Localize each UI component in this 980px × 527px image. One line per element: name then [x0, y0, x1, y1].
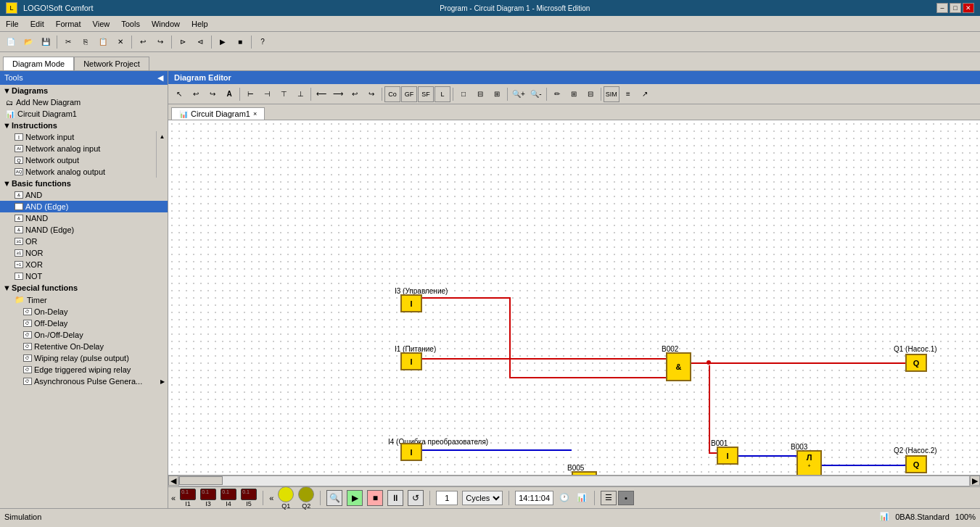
tree-wiping-relay[interactable]: ⏱ Wiping relay (pulse output) — [0, 352, 168, 364]
select-tool[interactable]: ↖ — [171, 86, 187, 102]
scroll-track[interactable] — [178, 476, 970, 486]
scroll-left-arrow[interactable]: ◀ — [168, 476, 178, 486]
tree-not[interactable]: 1 NOT — [0, 270, 168, 282]
sim-play-btn[interactable]: ▶ — [347, 490, 363, 506]
paste-button[interactable]: 📋 — [95, 34, 111, 50]
move-left[interactable]: ⟵ — [313, 86, 329, 102]
copy-button[interactable]: ⎘ — [78, 34, 94, 50]
zoom-out[interactable]: 🔍- — [528, 86, 544, 102]
save-button[interactable]: 💾 — [38, 34, 54, 50]
param-btn[interactable]: ≡ — [620, 86, 636, 102]
menu-view[interactable]: View — [87, 18, 116, 30]
sim-view-2[interactable]: ▪ — [618, 491, 634, 505]
block-i1[interactable]: I — [400, 352, 422, 370]
tree-timer-header[interactable]: 📁 Timer — [0, 294, 168, 306]
text-tool[interactable]: A — [221, 86, 237, 102]
menu-window[interactable]: Window — [146, 18, 186, 30]
sim-chart-btn[interactable]: 📊 — [575, 493, 588, 502]
sf-block[interactable]: SF — [418, 86, 434, 102]
tab-network-project[interactable]: Network Project — [74, 57, 149, 70]
sim-cycles-input[interactable] — [436, 491, 458, 505]
tree-network-output[interactable]: Q Network output — [0, 154, 156, 166]
tree-retentive-on-delay[interactable]: ⏱ Retentive On-Delay — [0, 341, 168, 352]
grid-btn[interactable]: ⊞ — [566, 86, 582, 102]
tree-network-analog-output[interactable]: AQ Network analog output — [0, 166, 156, 178]
tree-or[interactable]: ≥1 OR — [0, 236, 168, 247]
scroll-right-arrow[interactable]: ▶ — [970, 476, 980, 486]
tree-off-delay[interactable]: ⏱ Off-Delay — [0, 318, 168, 329]
tree-network-input[interactable]: I Network input — [0, 131, 156, 143]
new-button[interactable]: 📄 — [3, 34, 19, 50]
sim-collapse-right[interactable]: « — [269, 494, 273, 502]
block-i4[interactable]: I — [400, 443, 422, 461]
block-b005[interactable]: ≥1 — [572, 471, 597, 475]
cut-button[interactable]: ✂ — [60, 34, 76, 50]
block-b003[interactable]: Л + — [796, 450, 822, 475]
l-block[interactable]: L — [435, 86, 450, 102]
minimize-button[interactable]: – — [936, 3, 948, 13]
tree-nand-edge[interactable]: & NAND (Edge) — [0, 224, 168, 236]
sim-view-1[interactable]: ☰ — [601, 491, 617, 505]
menu-help[interactable]: Help — [186, 18, 214, 30]
sim-collapse-left[interactable]: « — [171, 494, 176, 502]
sim-clock-btn[interactable]: 🕐 — [558, 493, 571, 502]
circuit-diagram1-tab[interactable]: 📊 Circuit Diagram1 × — [171, 107, 265, 120]
split-h[interactable]: ⊞ — [489, 86, 505, 102]
sim-cycles-select[interactable]: Cycles — [462, 491, 503, 505]
tab-diagram-mode[interactable]: Diagram Mode — [3, 57, 74, 70]
help-btn[interactable]: ? — [255, 34, 271, 50]
edit-pen[interactable]: ✏ — [549, 86, 565, 102]
co-block[interactable]: Co — [384, 86, 400, 102]
block-q1[interactable]: Q — [905, 354, 927, 372]
diagram-canvas[interactable]: I3 (Управление) I1 (Питание) I4 (Ошибка … — [168, 120, 980, 475]
undo2[interactable]: ↩ — [347, 86, 363, 102]
align-top[interactable]: ⊤ — [276, 86, 292, 102]
tree-basic-header[interactable]: ▼ Basic functions — [0, 178, 168, 189]
maximize-button[interactable]: □ — [950, 3, 961, 13]
redo2[interactable]: ↪ — [363, 86, 379, 102]
export-btn[interactable]: ↗ — [637, 86, 653, 102]
tab-close-button[interactable]: × — [253, 110, 257, 117]
redo-diag[interactable]: ↪ — [205, 86, 221, 102]
split-v[interactable]: ⊟ — [472, 86, 488, 102]
tree-edge-triggered[interactable]: ⏱ Edge triggered wiping relay — [0, 364, 168, 375]
tree-on-delay[interactable]: ⏱ On-Delay — [0, 306, 168, 318]
close-button[interactable]: ✕ — [963, 3, 974, 13]
receive-button[interactable]: ⊲ — [192, 34, 208, 50]
undo-button[interactable]: ↩ — [135, 34, 151, 50]
simulate-button[interactable]: ▶ — [215, 34, 231, 50]
tree-special-header[interactable]: ▼ Special functions — [0, 282, 168, 294]
pin-tool[interactable]: ⊣ — [259, 86, 275, 102]
tree-async-pulse[interactable]: ⏱ Asynchronous Pulse Genera... ▶ — [0, 375, 168, 387]
align-bottom[interactable]: ⊥ — [292, 86, 308, 102]
menu-file[interactable]: File — [0, 18, 25, 30]
open-button[interactable]: 📂 — [20, 34, 36, 50]
connect-tool[interactable]: ⊢ — [242, 86, 258, 102]
tree-on-off-delay[interactable]: ⏱ On-/Off-Delay — [0, 329, 168, 341]
transfer-button[interactable]: ⊳ — [175, 34, 191, 50]
tree-diagrams-header[interactable]: ▼ Diagrams — [0, 85, 168, 96]
tree-instructions-header[interactable]: ▼ Instructions — [0, 120, 168, 131]
undo-diag[interactable]: ↩ — [188, 86, 204, 102]
sim-pause-btn[interactable]: ⏸ — [387, 490, 403, 506]
scroll-thumb[interactable] — [179, 476, 223, 485]
menu-format[interactable]: Format — [50, 18, 87, 30]
tree-circuit-diagram1[interactable]: 📊 Circuit Diagram1 — [0, 108, 168, 120]
sim-icon[interactable]: SIM — [604, 86, 619, 102]
rect-tool[interactable]: □ — [456, 86, 472, 102]
tree-scroll-right[interactable]: ▶ — [160, 378, 165, 385]
tree-nor[interactable]: ≥1 NOR — [0, 247, 168, 259]
sim-repeat-btn[interactable]: ↺ — [408, 490, 424, 506]
horizontal-scrollbar[interactable]: ◀ ▶ — [168, 475, 980, 486]
stop-sim-button[interactable]: ■ — [232, 34, 248, 50]
sim-search-btn[interactable]: 🔍 — [326, 490, 342, 506]
tree-and-edge[interactable]: & AND (Edge) — [0, 201, 168, 212]
sim-stop-btn[interactable]: ■ — [367, 490, 383, 506]
redo-button[interactable]: ↪ — [152, 34, 168, 50]
gf-block[interactable]: GF — [401, 86, 417, 102]
block-q2[interactable]: Q — [905, 455, 927, 473]
menu-edit[interactable]: Edit — [25, 18, 50, 30]
tree-and[interactable]: & AND — [0, 189, 168, 201]
instructions-scroll-up[interactable]: ▲ — [159, 133, 166, 141]
move-right[interactable]: ⟶ — [330, 86, 346, 102]
